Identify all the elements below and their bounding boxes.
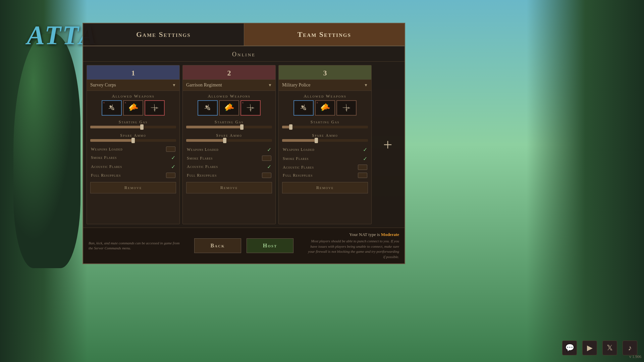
team-2-starting-gas-thumb[interactable] <box>240 124 244 130</box>
host-button[interactable]: Host <box>247 238 293 253</box>
team-1-weapons-loaded-row: Weapons Loaded <box>87 145 179 153</box>
team-1-starting-gas-label: Starting Gas <box>90 120 176 125</box>
team-1-acoustic-flares-check[interactable]: ✓ <box>171 164 175 170</box>
team-1-weapon-1-icon: 🗡 <box>106 102 118 114</box>
team-2-starting-gas-track[interactable] <box>186 126 272 128</box>
team-1-number: 1 <box>87 65 179 80</box>
team-1-full-resupplies-label: Full Resupplies <box>91 173 121 178</box>
team-1-starting-gas-thumb[interactable] <box>140 124 144 130</box>
team-2-starting-gas-section: Starting Gas <box>183 118 275 132</box>
tree-right-decoration <box>527 0 644 362</box>
team-2-acoustic-flares-label: Acoustic Flares <box>187 164 218 169</box>
team-3-weapon-slot-1[interactable]: 🗡 <box>293 100 314 116</box>
team-3-full-resupplies-toggle[interactable] <box>358 173 367 178</box>
back-button[interactable]: Back <box>194 238 241 253</box>
team-3-weapon-2-icon: 🔫 <box>318 101 332 115</box>
tiktok-icon[interactable]: ♪ <box>623 341 637 355</box>
team-2-faction: Garrison Regiment <box>186 82 222 88</box>
team-2-full-resupplies-toggle[interactable] <box>262 173 271 178</box>
nat-info: Your NAT type is Moderate Most players s… <box>305 232 399 259</box>
team-2-weapons-loaded-row: Weapons Loaded ✓ <box>183 145 275 154</box>
team-2-spare-ammo-track[interactable] <box>186 139 272 142</box>
team-2-weapon-2-icon: 🔫 <box>222 101 236 115</box>
team-3-starting-gas-label: Starting Gas <box>282 120 368 125</box>
team-3-starting-gas-thumb[interactable] <box>289 124 292 130</box>
team-1-starting-gas-section: Starting Gas <box>87 118 179 132</box>
team-3-spare-ammo-thumb[interactable] <box>315 138 318 143</box>
team-1-weapons-loaded-label: Weapons Loaded <box>91 147 123 152</box>
team-1-remove-button[interactable]: Remove <box>90 182 176 193</box>
team-3-weapons-loaded-label: Weapons Loaded <box>283 147 315 152</box>
team-3-weapon-slot-2[interactable]: × 🔫 <box>315 100 335 116</box>
team-1-spare-ammo-thumb[interactable] <box>131 138 135 143</box>
team-3-faction: Military Police <box>282 82 310 88</box>
team-card-2: 2 Garrison Regiment ▼ Allowed Weapons 🗡 … <box>182 65 276 224</box>
team-2-weapons-loaded-check[interactable]: ✓ <box>267 146 271 153</box>
team-1-weapons-loaded-toggle[interactable] <box>166 146 175 152</box>
team-2-weapon-1-icon: 🗡 <box>202 102 214 114</box>
team-3-weapon-1-icon: 🗡 <box>298 102 310 114</box>
team-3-remove-button[interactable]: Remove <box>282 182 368 193</box>
team-3-smoke-flares-check[interactable]: ✓ <box>363 156 367 162</box>
team-3-weapons-row: 🗡 × 🔫 ⚔ <box>279 100 371 118</box>
twitter-icon[interactable]: 𝕏 <box>602 341 617 355</box>
tab-team-settings[interactable]: Team Settings <box>244 23 405 46</box>
team-2-acoustic-flares-check[interactable]: ✓ <box>267 164 271 170</box>
teams-container: 1 Survey Corps ▼ Allowed Weapons × 🗡 × 🔫… <box>83 62 405 228</box>
social-bar: 💬 ▶ 𝕏 ♪ <box>562 341 637 355</box>
youtube-icon[interactable]: ▶ <box>582 341 597 355</box>
team-3-smoke-flares-label: Smoke Flares <box>283 156 309 161</box>
team-1-weapons-label: Allowed Weapons <box>87 91 179 100</box>
team-3-weapon-2-x: × <box>316 101 318 105</box>
team-2-weapon-3-x: × <box>242 101 244 105</box>
bottom-bar: Ban, kick, and mute commands can be acce… <box>83 228 405 263</box>
tab-bar: Game Settings Team Settings <box>83 23 405 46</box>
team-3-smoke-flares-row: Smoke Flares ✓ <box>279 154 371 163</box>
team-2-spare-ammo-thumb[interactable] <box>223 138 226 143</box>
tab-game-settings[interactable]: Game Settings <box>83 23 244 46</box>
team-3-weapons-loaded-check[interactable]: ✓ <box>363 146 367 153</box>
team-1-weapon-slot-2[interactable]: × 🔫 <box>123 100 143 116</box>
team-2-smoke-flares-toggle[interactable] <box>262 156 271 161</box>
team-3-spare-ammo-label: Spare Ammo <box>282 133 368 138</box>
main-dialog: Game Settings Team Settings Online 1 Sur… <box>83 23 405 264</box>
team-1-weapons-row: × 🗡 × 🔫 ⚔ <box>87 100 179 118</box>
team-1-spare-ammo-label: Spare Ammo <box>90 133 176 138</box>
team-2-dropdown[interactable]: Garrison Regiment ▼ <box>183 80 275 91</box>
team-2-weapon-slot-3[interactable]: × ⚔ <box>240 100 261 116</box>
team-1-spare-ammo-fill <box>90 139 133 142</box>
team-1-starting-gas-track[interactable] <box>90 126 176 128</box>
team-2-acoustic-flares-row: Acoustic Flares ✓ <box>183 162 275 171</box>
team-1-smoke-flares-row: Smoke Flares ✓ <box>87 153 179 162</box>
team-2-weapon-slot-2[interactable]: 🔫 <box>219 100 239 116</box>
team-3-weapon-3-icon: ⚔ <box>340 102 352 114</box>
team-3-starting-gas-track[interactable] <box>282 126 368 128</box>
team-3-acoustic-flares-toggle[interactable] <box>358 165 367 170</box>
team-3-spare-ammo-track[interactable] <box>282 139 368 142</box>
team-1-acoustic-flares-label: Acoustic Flares <box>91 164 122 169</box>
team-1-weapon-2-icon: 🔫 <box>126 101 140 115</box>
team-3-dropdown[interactable]: Military Police ▼ <box>279 80 371 91</box>
discord-icon[interactable]: 💬 <box>562 341 577 355</box>
team-1-spare-ammo-track[interactable] <box>90 139 176 142</box>
team-3-acoustic-flares-row: Acoustic Flares <box>279 163 371 171</box>
team-1-smoke-flares-check[interactable]: ✓ <box>171 155 175 161</box>
team-1-weapon-2-x: × <box>124 101 126 105</box>
team-3-weapons-label: Allowed Weapons <box>279 91 371 100</box>
team-3-full-resupplies-row: Full Resupplies <box>279 171 371 179</box>
team-1-full-resupplies-toggle[interactable] <box>166 173 175 178</box>
add-team-button[interactable]: + <box>374 65 401 224</box>
team-2-starting-gas-fill <box>186 126 242 128</box>
team-2-weapon-slot-1[interactable]: 🗡 <box>198 100 218 116</box>
team-1-weapon-slot-3[interactable]: ⚔ <box>145 100 165 116</box>
team-2-full-resupplies-row: Full Resupplies <box>183 171 275 179</box>
team-3-dropdown-arrow: ▼ <box>364 83 368 88</box>
team-1-smoke-flares-label: Smoke Flares <box>91 155 117 160</box>
team-3-number: 3 <box>279 65 371 80</box>
team-2-remove-button[interactable]: Remove <box>186 182 272 193</box>
team-3-weapon-slot-3[interactable]: ⚔ <box>336 100 357 116</box>
team-1-weapon-3-icon: ⚔ <box>149 102 160 114</box>
team-2-smoke-flares-label: Smoke Flares <box>187 156 213 161</box>
team-1-weapon-slot-1[interactable]: × 🗡 <box>102 100 122 116</box>
team-1-dropdown[interactable]: Survey Corps ▼ <box>87 80 179 91</box>
